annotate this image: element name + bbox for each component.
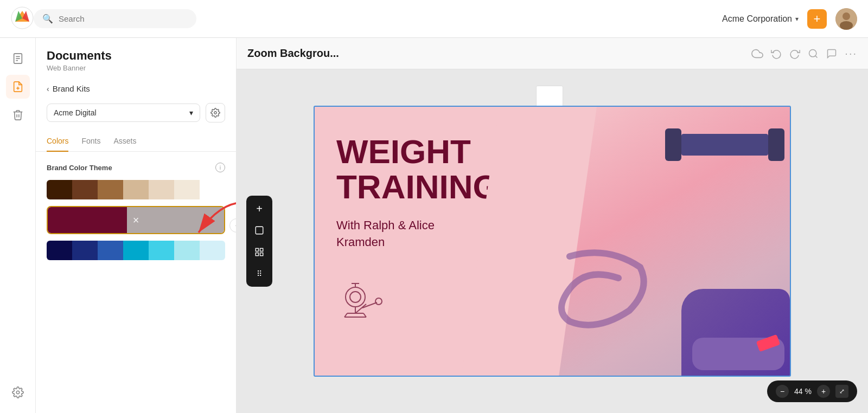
panel-header: Documents Web Banner — [36, 38, 236, 76]
left-panel: Documents Web Banner ‹ Brand Kits Acme D… — [36, 38, 237, 413]
svg-line-29 — [344, 313, 347, 317]
topbar: 🔍 Acme Corporation ▾ + — [0, 0, 868, 38]
dumbbell-image — [660, 112, 790, 177]
canvas-toolbar: + ⠿ — [246, 196, 272, 287]
back-arrow-icon: ‹ — [47, 85, 49, 93]
svg-point-28 — [375, 298, 382, 305]
brand-kit-value: Acme Digital — [54, 108, 97, 117]
svg-rect-17 — [260, 248, 263, 251]
svg-rect-18 — [260, 253, 263, 256]
sidebar-item-documents[interactable] — [6, 47, 30, 70]
brand-kits-label: Brand Kits — [53, 84, 90, 93]
color-row-2 — [47, 241, 225, 260]
svg-rect-33 — [681, 134, 768, 156]
close-icon: × — [133, 214, 139, 227]
swatch-cyan[interactable] — [123, 241, 149, 260]
icon-sidebar — [0, 38, 36, 413]
redo-icon[interactable] — [789, 48, 800, 59]
sidebar-item-trash[interactable] — [6, 103, 30, 127]
swatch-white[interactable] — [200, 180, 225, 199]
swatch-ice-blue[interactable] — [200, 241, 225, 260]
swatch-navy[interactable] — [72, 241, 98, 260]
svg-point-11 — [214, 112, 217, 114]
panel-title: Documents — [47, 49, 225, 63]
design-canvas: WEIGHT TRAINING With Ralph & AliceKramde… — [314, 106, 791, 377]
resistance-band — [553, 246, 662, 343]
search-input[interactable] — [59, 14, 188, 23]
more-tools-icon[interactable]: ⠿ — [250, 264, 269, 283]
svg-rect-19 — [256, 253, 258, 256]
svg-point-2 — [843, 12, 850, 20]
chevron-down-icon: ▾ — [795, 15, 799, 23]
swatch-medium-brown[interactable] — [98, 180, 123, 199]
tab-colors[interactable]: Colors — [47, 131, 68, 152]
svg-point-20 — [346, 287, 365, 307]
swatch-brown[interactable] — [72, 180, 98, 199]
svg-rect-32 — [665, 128, 681, 161]
swatch-medium-blue[interactable] — [98, 241, 123, 260]
company-selector[interactable]: Acme Corporation ▾ — [722, 14, 799, 24]
avatar[interactable] — [835, 8, 857, 30]
svg-point-13 — [809, 49, 816, 56]
brand-kit-settings-button[interactable] — [206, 103, 225, 122]
svg-line-14 — [815, 55, 818, 57]
company-name-text: Acme Corporation — [722, 14, 792, 24]
add-button[interactable]: + — [807, 9, 827, 29]
color-row-1 — [47, 180, 225, 199]
zoom-out-button[interactable]: − — [776, 385, 789, 398]
swatch-light-tan[interactable] — [149, 180, 174, 199]
sidebar-item-editor[interactable] — [6, 75, 30, 99]
colors-section: Brand Color Theme i × — [36, 152, 236, 278]
svg-line-30 — [363, 313, 366, 317]
add-element-tool[interactable]: + — [250, 199, 269, 218]
undo-icon[interactable] — [771, 48, 782, 59]
editor-topbar: Zoom Backgrou... — [237, 38, 868, 69]
brand-kit-selector[interactable]: Acme Digital ▾ — [47, 104, 200, 122]
swatch-tan[interactable] — [123, 180, 149, 199]
swatch-pale-cyan[interactable] — [174, 241, 200, 260]
info-icon[interactable]: i — [215, 163, 225, 172]
section-label-row: Brand Color Theme i — [47, 163, 225, 172]
topbar-right: Acme Corporation ▾ + — [722, 8, 857, 30]
dropdown-chevron-icon: ▾ — [189, 108, 193, 117]
fullscreen-button[interactable]: ⤢ — [835, 385, 848, 398]
zoom-bar: − 44 % + ⤢ — [767, 380, 857, 402]
app-logo[interactable] — [11, 7, 34, 31]
equipment-icon — [336, 278, 391, 321]
panel-subtitle: Web Banner — [47, 64, 225, 72]
svg-rect-34 — [768, 128, 784, 161]
svg-point-3 — [840, 21, 853, 30]
comment-icon[interactable] — [826, 48, 837, 59]
canvas-area: + ⠿ — [237, 69, 868, 413]
panel-tabs: Colors Fonts Assets — [36, 131, 236, 152]
search-icon: 🔍 — [42, 14, 53, 24]
swatch-cream[interactable] — [174, 180, 200, 199]
svg-rect-16 — [256, 248, 258, 251]
cloud-save-icon[interactable] — [751, 48, 763, 60]
search-icon[interactable] — [808, 48, 819, 59]
swatch-light-cyan[interactable] — [149, 241, 174, 260]
dropdown-row: Acme Digital ▾ — [36, 99, 236, 131]
brand-kits-nav[interactable]: ‹ Brand Kits — [36, 76, 236, 99]
editor-area: Zoom Backgrou... — [237, 38, 868, 413]
red-arrow — [177, 197, 237, 241]
swatch-dark-navy[interactable] — [47, 241, 72, 260]
svg-point-21 — [350, 292, 361, 302]
svg-point-10 — [16, 391, 20, 394]
resize-tool[interactable] — [250, 221, 269, 240]
main-layout: Documents Web Banner ‹ Brand Kits Acme D… — [0, 38, 868, 413]
swatch-dark-brown[interactable] — [47, 180, 72, 199]
tab-fonts[interactable]: Fonts — [81, 131, 100, 152]
selected-color-left — [48, 207, 127, 233]
zoom-level: 44 % — [794, 387, 812, 396]
canvas-right-image — [542, 107, 790, 376]
grid-tool[interactable] — [250, 242, 269, 262]
editor-document-title: Zoom Backgrou... — [247, 47, 743, 60]
more-options-icon[interactable]: ··· — [845, 47, 857, 60]
zoom-in-button[interactable]: + — [817, 385, 830, 398]
search-box[interactable]: 🔍 — [34, 9, 196, 28]
tab-assets[interactable]: Assets — [113, 131, 136, 152]
sidebar-item-settings[interactable] — [6, 380, 30, 404]
brand-color-theme-label: Brand Color Theme — [47, 164, 112, 172]
editor-actions: ··· — [751, 47, 857, 60]
